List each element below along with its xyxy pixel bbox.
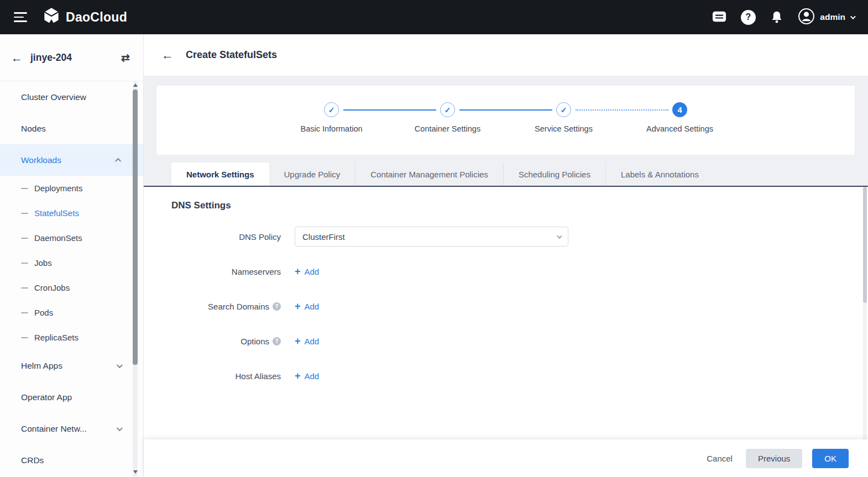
help-icon[interactable]: ? [273, 302, 281, 311]
sidebar-item-label: Jobs [34, 258, 52, 268]
back-icon[interactable]: ← [161, 49, 174, 61]
step-check-icon: ✓ [324, 102, 339, 117]
sidebar: ← jinye-204 ⇄ Cluster Overview Nodes Wor… [0, 34, 144, 477]
tab-content: DNS Settings DNS Policy ClusterFirst Nam… [144, 187, 868, 439]
sidebar-item-nodes[interactable]: Nodes [0, 113, 143, 144]
topbar: DaoCloud ? [0, 0, 868, 34]
tab-label: Labels & Annotations [621, 170, 699, 179]
options-add-button[interactable]: + Add [295, 336, 319, 346]
previous-button[interactable]: Previous [746, 449, 802, 468]
sidebar-item-pods[interactable]: Pods [0, 300, 143, 325]
scrollbar-down-arrow[interactable] [133, 468, 138, 476]
back-icon[interactable]: ← [11, 52, 23, 64]
sidebar-item-label: DaemonSets [34, 233, 82, 243]
search-domains-row: Search Domains ? + Add [171, 296, 868, 316]
sidebar-item-container-network[interactable]: Container Netw... [0, 413, 143, 444]
sidebar-item-jobs[interactable]: Jobs [0, 250, 143, 275]
dash-icon [21, 287, 28, 289]
sidebar-item-daemonsets[interactable]: DaemonSets [0, 226, 143, 250]
tab-bar: Network Settings Upgrade Policy Containe… [144, 163, 868, 187]
dns-policy-value: ClusterFirst [302, 232, 345, 242]
sidebar-item-label: Workloads [21, 155, 61, 165]
brand-logo[interactable]: DaoCloud [43, 7, 127, 27]
chevron-down-icon [850, 14, 856, 19]
switch-cluster-icon[interactable]: ⇄ [121, 51, 130, 64]
avatar-icon [798, 8, 815, 27]
dash-icon [21, 213, 28, 214]
brand-name: DaoCloud [66, 10, 127, 25]
nameservers-add-button[interactable]: + Add [295, 266, 319, 276]
sidebar-item-workloads[interactable]: Workloads [0, 144, 143, 176]
messages-icon[interactable] [712, 9, 727, 25]
step-check-icon: ✓ [440, 102, 455, 117]
chevron-up-icon [115, 158, 121, 164]
tab-label: Network Settings [186, 170, 254, 179]
cancel-button[interactable]: Cancel [703, 449, 736, 468]
tab-network-settings[interactable]: Network Settings [171, 163, 269, 186]
cluster-name: jinye-204 [30, 52, 72, 64]
tab-upgrade-policy[interactable]: Upgrade Policy [269, 163, 355, 186]
search-domains-label: Search Domains ? [171, 302, 281, 311]
dash-icon [21, 188, 28, 189]
sidebar-item-label: Container Netw... [21, 424, 87, 434]
plus-icon: + [295, 371, 301, 381]
content-scrollbar [863, 187, 867, 439]
sidebar-item-helm-apps[interactable]: Helm Apps [0, 350, 143, 381]
sidebar-item-crds[interactable]: CRDs [0, 444, 143, 476]
plus-icon: + [295, 336, 301, 346]
sidebar-item-cluster-overview[interactable]: Cluster Overview [0, 81, 143, 113]
search-domains-add-button[interactable]: + Add [295, 301, 319, 311]
step-label: Service Settings [535, 124, 593, 133]
menu-icon[interactable] [14, 12, 27, 22]
sidebar-item-label: Nodes [21, 124, 46, 134]
host-aliases-label: Host Aliases [171, 371, 281, 381]
step-check-icon: ✓ [556, 102, 571, 117]
help-icon[interactable]: ? [740, 9, 756, 25]
sidebar-item-cronjobs[interactable]: CronJobs [0, 275, 143, 300]
plus-icon: + [295, 301, 301, 311]
sidebar-item-label: ReplicaSets [34, 333, 79, 342]
sidebar-item-operator-app[interactable]: Operator App [0, 381, 143, 413]
tab-labels-annotations[interactable]: Labels & Annotations [605, 163, 714, 186]
daocloud-logo-icon [43, 7, 60, 27]
step-label: Basic Information [300, 124, 362, 133]
tab-label: Upgrade Policy [284, 170, 341, 179]
sidebar-item-replicasets[interactable]: ReplicaSets [0, 325, 143, 350]
options-label: Options ? [171, 337, 281, 346]
dash-icon [21, 238, 28, 239]
options-row: Options ? + Add [171, 331, 868, 351]
user-menu[interactable]: admin [798, 8, 854, 27]
tab-scheduling-policies[interactable]: Scheduling Policies [503, 163, 605, 186]
step-label: Container Settings [415, 124, 480, 133]
content-scrollbar-thumb[interactable] [863, 187, 867, 303]
dash-icon [21, 337, 28, 338]
help-icon[interactable]: ? [273, 337, 281, 345]
notifications-icon[interactable] [769, 9, 785, 25]
chevron-down-icon [557, 233, 562, 239]
dash-icon [21, 312, 28, 313]
sidebar-item-label: Cluster Overview [21, 92, 86, 102]
stepper: ✓ Basic Information ✓ Container Settings… [156, 86, 855, 155]
sidebar-item-deployments[interactable]: Deployments [0, 176, 143, 201]
ok-button[interactable]: OK [812, 449, 849, 468]
dns-policy-row: DNS Policy ClusterFirst [171, 227, 868, 247]
question-mark-glyph: ? [741, 10, 756, 25]
nameservers-label: Nameservers [171, 267, 281, 276]
tab-label: Scheduling Policies [519, 170, 590, 179]
scrollbar-thumb[interactable] [133, 90, 138, 365]
tab-container-management-policies[interactable]: Container Management Policies [355, 163, 503, 186]
sidebar-item-label: Pods [34, 308, 53, 317]
sidebar-item-statefulsets[interactable]: StatefulSets [0, 201, 143, 226]
sidebar-header: ← jinye-204 ⇄ [0, 34, 143, 81]
chevron-down-icon [117, 424, 123, 431]
scrollbar-up-arrow[interactable] [133, 81, 138, 89]
sidebar-scrollbar [133, 81, 138, 477]
host-aliases-row: Host Aliases + Add [171, 366, 868, 386]
host-aliases-add-button[interactable]: + Add [295, 371, 319, 381]
step-label: Advanced Settings [646, 124, 713, 133]
nameservers-row: Nameservers + Add [171, 261, 868, 281]
sidebar-item-label: StatefulSets [34, 208, 79, 218]
dns-policy-select[interactable]: ClusterFirst [295, 227, 568, 247]
chevron-down-icon [117, 361, 123, 368]
step-number: 4 [672, 102, 687, 117]
